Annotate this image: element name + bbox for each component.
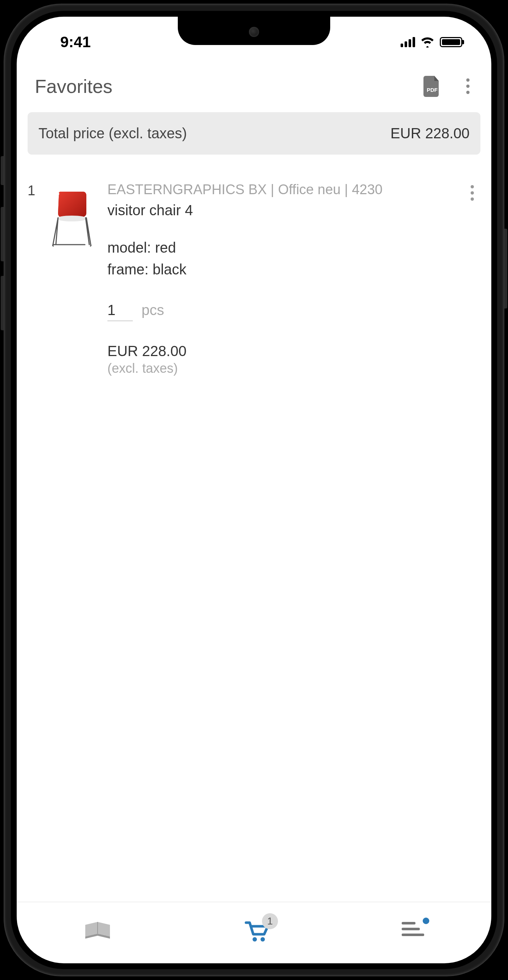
item-index: 1 — [28, 180, 38, 376]
svg-text:PDF: PDF — [427, 87, 438, 93]
svg-rect-4 — [402, 922, 416, 924]
wifi-icon — [420, 37, 435, 48]
svg-point-3 — [260, 937, 265, 942]
item-breadcrumb: EASTERNGRAPHICS BX | Office neu | 4230 — [107, 180, 480, 199]
total-price-label: Total price (excl. taxes) — [38, 125, 187, 142]
item-price: EUR 228.00 — [107, 343, 480, 360]
item-attribute-frame: frame: black — [107, 258, 480, 280]
notification-dot-icon — [423, 918, 429, 924]
svg-point-2 — [252, 937, 257, 942]
pdf-export-icon[interactable]: PDF — [424, 76, 441, 97]
cart-badge: 1 — [262, 913, 278, 929]
item-price-note: (excl. taxes) — [107, 361, 480, 376]
bottom-nav: 1 — [17, 902, 491, 963]
favorite-item-row[interactable]: 1 — [28, 180, 480, 376]
item-more-options-icon[interactable] — [468, 182, 477, 204]
item-name: visitor chair 4 — [107, 202, 480, 218]
quantity-input[interactable] — [107, 302, 133, 321]
nav-cart-button[interactable]: 1 — [230, 917, 284, 947]
list-icon — [402, 921, 425, 938]
book-icon — [83, 921, 112, 942]
page-title: Favorites — [35, 75, 113, 97]
cellular-signal-icon — [401, 37, 415, 47]
total-price-bar: Total price (excl. taxes) EUR 228.00 — [28, 112, 480, 154]
nav-list-button[interactable] — [387, 917, 440, 942]
status-time: 9:41 — [38, 33, 91, 51]
quantity-unit: pcs — [141, 302, 164, 318]
svg-rect-5 — [402, 928, 420, 930]
battery-icon — [440, 37, 462, 47]
total-price-value: EUR 228.00 — [391, 125, 470, 142]
svg-rect-6 — [402, 934, 424, 936]
product-thumbnail — [49, 191, 97, 249]
item-attribute-model: model: red — [107, 237, 480, 258]
svg-point-1 — [57, 216, 87, 221]
more-options-icon[interactable] — [463, 75, 473, 98]
nav-catalog-button[interactable] — [68, 917, 127, 947]
